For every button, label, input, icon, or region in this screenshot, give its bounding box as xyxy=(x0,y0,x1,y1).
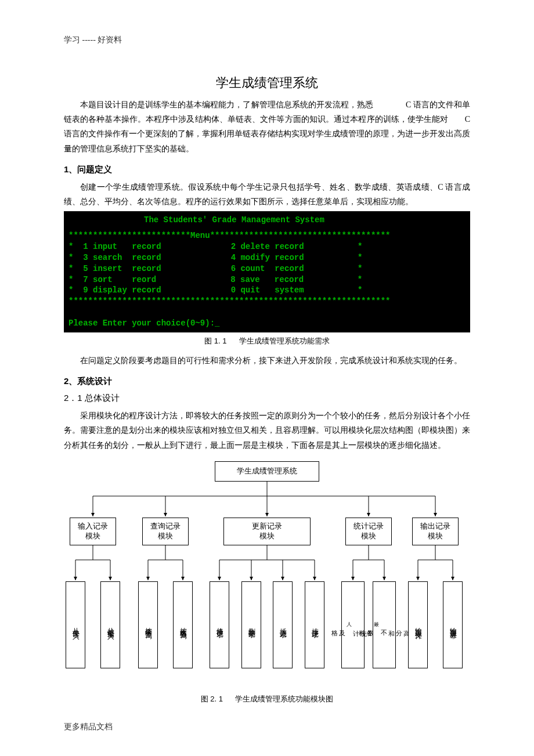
diagram-l3-delete: 删除记录 xyxy=(241,581,261,668)
section-2-1-heading: 2．1 总体设计 xyxy=(64,393,470,404)
footer-small-text: 更多精品文档 xyxy=(64,722,470,732)
header-small-text: 学习 ----- 好资料 xyxy=(64,35,470,45)
diagram-l2-output: 输出记录 模块 xyxy=(412,518,459,545)
diagram-l2-input: 输入记录 模块 xyxy=(70,518,116,545)
diagram-l3-out-file: 输出至文件 xyxy=(408,581,428,668)
diagram-l3-search-name: 按姓名查询 xyxy=(173,581,193,668)
console-row: * 3 search record4 modify record * xyxy=(68,252,466,263)
section-1-heading: 1、问题定义 xyxy=(64,164,470,175)
console-title: The Students' Grade Management System xyxy=(68,215,466,226)
console-border-top: *************************Menu***********… xyxy=(68,230,466,241)
page-title: 学生成绩管理系统 xyxy=(64,74,470,92)
diagram-l2-stat: 统计记录 模块 xyxy=(345,518,392,545)
diagram-l3-insert: 插入记录 xyxy=(273,581,293,668)
console-prompt: Please Enter your choice(0~9):_ xyxy=(68,318,466,329)
diagram-l3-from-keyboard: 从键盘输入 xyxy=(100,581,120,668)
diagram-l3-pass-count: 及格 人 数统计 xyxy=(341,581,365,668)
diagram-l2-update: 更新记录 模块 xyxy=(223,518,311,545)
console-screenshot: The Students' Grade Management System***… xyxy=(64,211,470,332)
diagram-l3-top-score: 各科 最 高分和不 xyxy=(373,581,396,668)
diagram-l3-search-id: 按学号查询 xyxy=(138,581,158,668)
figure-1-text: 学生成绩管理系统功能需求 xyxy=(239,337,330,345)
console-row: * 7 sort reord8 save record * xyxy=(68,274,466,285)
figure-1-number: 图 1. 1 xyxy=(204,337,226,345)
section-2-heading: 2、系统设计 xyxy=(64,376,470,387)
section-2-1-paragraph: 采用模块化的程序设计方法，即将较大的任务按照一定的原则分为一个个较小的任务，然后… xyxy=(64,408,470,453)
figure-2-caption: 图 2. 1 学生成绩管理系统功能模块图 xyxy=(64,694,470,704)
console-row: * 9 display record0 quit system * xyxy=(68,285,466,296)
console-border-bottom: ****************************************… xyxy=(68,296,466,307)
section-1-paragraph: 创建一个学生成绩管理系统。假设系统中每个学生记录只包括学号、姓名、数学成绩、英语… xyxy=(64,180,470,209)
section-1-paragraph-2: 在问题定义阶段要考虑题目的可行性和需求分析，接下来进入开发阶段，完成系统设计和系… xyxy=(64,353,470,368)
console-row: * 5 insert record6 count record * xyxy=(68,263,466,274)
figure-1-caption: 图 1. 1 学生成绩管理系统功能需求 xyxy=(64,336,470,346)
console-row: * 1 input record2 delete record * xyxy=(68,241,466,252)
figure-2-text: 学生成绩管理系统功能模块图 xyxy=(235,694,333,703)
module-diagram: 学生成绩管理系统 输入记录 模块 查询记录 模块 更新记录 模块 统计记录 模块… xyxy=(64,458,470,690)
diagram-l3-from-file: 从文件读入 xyxy=(66,581,85,668)
diagram-l3-sort: 排序记录 xyxy=(305,581,324,668)
intro-paragraph: 本题目设计目的是训练学生的基本编程能力，了解管理信息系统的开发流程，熟悉 C 语… xyxy=(64,97,470,156)
diagram-l3-modify: 修改记录 xyxy=(210,581,229,668)
figure-2-number: 图 2. 1 xyxy=(201,694,223,703)
diagram-l3-out-screen: 输出至屏幕 xyxy=(443,581,463,668)
diagram-root: 学生成绩管理系统 xyxy=(215,461,319,482)
diagram-l2-search: 查询记录 模块 xyxy=(142,518,189,545)
